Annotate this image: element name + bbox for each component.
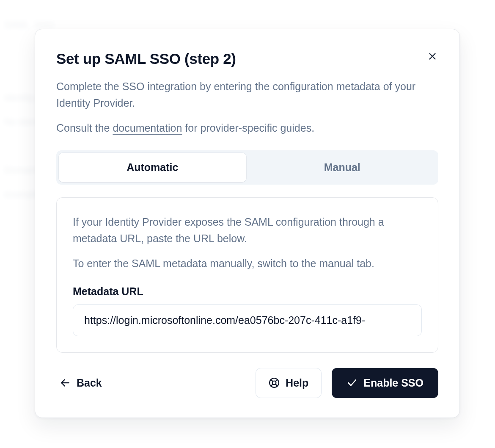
- svg-line-7: [275, 379, 278, 382]
- check-icon: [346, 377, 358, 388]
- modal-description: Complete the SSO integration by entering…: [56, 78, 438, 136]
- panel-description: If your Identity Provider exposes the SA…: [73, 214, 422, 271]
- back-button-label: Back: [77, 377, 102, 389]
- back-button[interactable]: Back: [56, 369, 105, 397]
- tab-automatic[interactable]: Automatic: [59, 153, 246, 182]
- metadata-url-label: Metadata URL: [73, 285, 422, 298]
- modal-header: Set up SAML SSO (step 2): [56, 50, 438, 67]
- saml-sso-setup-modal: Set up SAML SSO (step 2) Complete the SS…: [35, 29, 460, 418]
- panel-desc-line-2: To enter the SAML metadata manually, swi…: [73, 255, 422, 272]
- modal-footer: Back Help: [56, 368, 438, 398]
- close-button[interactable]: [425, 49, 440, 64]
- panel-desc-line-1: If your Identity Provider exposes the SA…: [73, 214, 422, 247]
- modal-title: Set up SAML SSO (step 2): [56, 50, 438, 67]
- config-mode-tabs: Automatic Manual: [56, 150, 438, 185]
- enable-sso-button[interactable]: Enable SSO: [332, 368, 438, 398]
- enable-sso-button-label: Enable SSO: [363, 377, 424, 389]
- svg-line-6: [275, 384, 278, 386]
- description-suffix: for provider-specific guides.: [182, 122, 314, 134]
- help-button[interactable]: Help: [256, 368, 322, 398]
- arrow-left-icon: [60, 377, 71, 388]
- automatic-config-panel: If your Identity Provider exposes the SA…: [56, 197, 438, 352]
- help-icon: [269, 377, 280, 388]
- metadata-url-input[interactable]: [73, 304, 422, 336]
- help-button-label: Help: [286, 377, 308, 389]
- tab-manual[interactable]: Manual: [249, 153, 436, 182]
- description-prefix: Consult the: [56, 122, 113, 134]
- description-line-1: Complete the SSO integration by entering…: [56, 78, 438, 111]
- close-icon: [428, 52, 437, 61]
- description-line-2: Consult the documentation for provider-s…: [56, 120, 438, 136]
- documentation-link[interactable]: documentation: [113, 122, 182, 134]
- svg-line-5: [271, 379, 273, 382]
- svg-line-8: [271, 384, 273, 386]
- footer-right-group: Help Enable SSO: [256, 368, 438, 398]
